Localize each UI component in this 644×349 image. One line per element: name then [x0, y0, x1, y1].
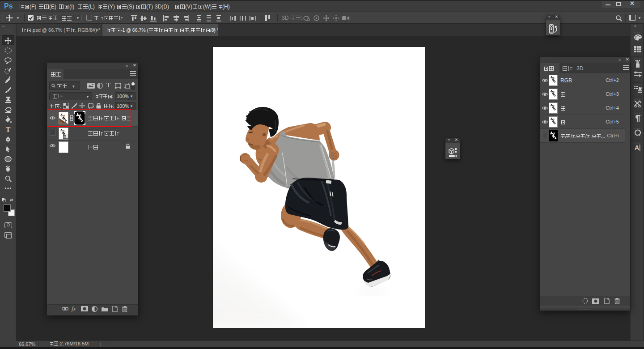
- svg-text:T: T: [6, 126, 11, 132]
- svg-text:A: A: [635, 145, 639, 151]
